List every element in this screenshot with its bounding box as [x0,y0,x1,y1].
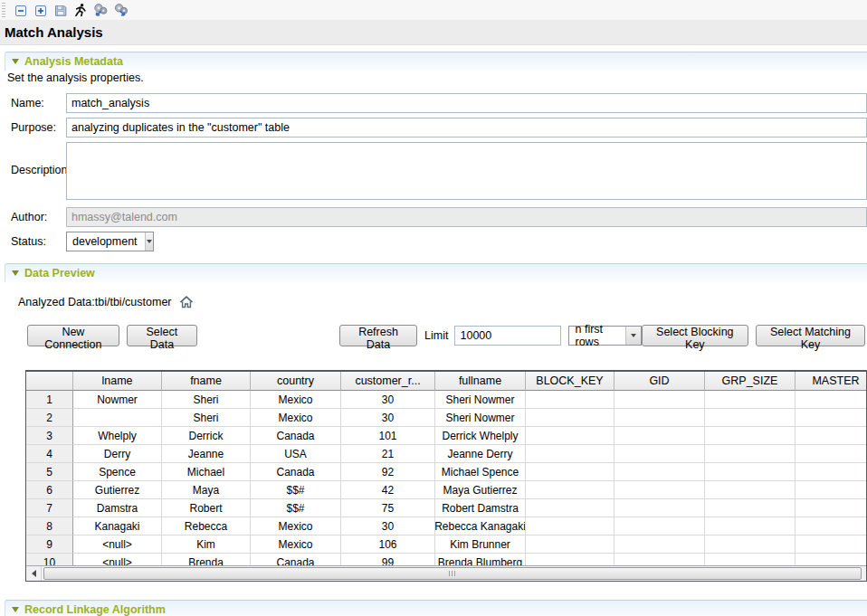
table-cell[interactable]: 99 [341,554,435,565]
row-number-cell[interactable]: 7 [26,499,73,517]
table-cell[interactable] [705,391,796,409]
table-cell[interactable]: 30 [341,409,435,427]
refresh-gears-button[interactable] [91,1,110,19]
table-cell[interactable] [705,427,796,445]
table-cell[interactable] [526,427,615,445]
column-header-GRP_SIZE[interactable]: GRP_SIZE [705,372,796,391]
table-cell[interactable]: Kim Brunner [435,535,526,554]
select-matching-key-button[interactable]: Select Matching Key [756,325,865,346]
column-header-lname[interactable]: lname [73,372,162,391]
section-header-record-linkage[interactable]: Record Linkage Algorithm [5,600,867,616]
run-analysis-button[interactable] [71,1,91,19]
table-cell[interactable] [705,409,796,427]
horizontal-scrollbar[interactable] [26,565,866,581]
table-cell[interactable]: Kanagaki [73,517,162,535]
limit-input[interactable] [454,326,561,346]
new-connection-button[interactable]: New Connection [27,325,119,346]
table-cell[interactable]: Derry [73,445,162,463]
table-cell[interactable] [73,409,162,427]
table-cell[interactable] [615,463,705,481]
table-cell[interactable]: 75 [341,499,435,517]
table-cell[interactable]: Mexico [251,409,341,427]
toolbar-grip-handle[interactable] [2,3,5,17]
table-cell[interactable] [526,517,615,535]
table-cell[interactable] [705,535,796,554]
column-header-GID[interactable]: GID [615,372,705,391]
table-cell[interactable]: Whelply [73,427,162,445]
scroll-left-arrow[interactable] [26,566,42,581]
table-cell[interactable] [796,409,866,427]
table-cell[interactable] [796,481,866,499]
table-cell[interactable]: Sheri Nowmer [435,409,526,427]
table-cell[interactable]: Jeanne Derry [435,445,526,463]
column-header-fname[interactable]: fname [162,372,251,391]
table-cell[interactable]: Mexico [251,391,341,409]
table-cell[interactable]: Nowmer [73,391,162,409]
rows-mode-dropdown[interactable]: n first rows [568,326,641,346]
table-cell[interactable]: 101 [341,427,435,445]
column-header-MASTER[interactable]: MASTER [796,372,866,391]
table-cell[interactable]: Derrick Whelply [435,427,526,445]
table-cell[interactable]: 106 [341,535,435,554]
table-cell[interactable] [526,391,615,409]
expand-all-button[interactable] [31,1,51,19]
table-cell[interactable]: Kim [162,535,251,554]
table-cell[interactable]: Mexico [251,535,341,554]
table-cell[interactable] [615,409,705,427]
table-cell[interactable]: Robert [162,499,251,517]
table-cell[interactable]: <null> [73,554,162,565]
table-cell[interactable] [615,554,705,565]
table-cell[interactable]: 21 [341,445,435,463]
table-cell[interactable]: Brenda [162,554,251,565]
column-header-customer_r...[interactable]: customer_r... [341,372,435,391]
row-number-cell[interactable]: 1 [26,391,73,409]
table-cell[interactable]: Sheri Nowmer [435,391,526,409]
table-cell[interactable]: USA [251,445,341,463]
table-cell[interactable]: Derrick [162,427,251,445]
table-cell[interactable] [705,499,796,517]
table-cell[interactable] [615,445,705,463]
select-data-button[interactable]: Select Data [127,325,197,346]
table-cell[interactable] [526,554,615,565]
table-cell[interactable]: 42 [341,481,435,499]
table-cell[interactable]: Maya [162,481,251,499]
status-dropdown[interactable]: development [66,232,154,251]
table-cell[interactable]: $$# [251,499,341,517]
description-field[interactable] [66,142,867,200]
table-cell[interactable] [615,391,705,409]
table-cell[interactable] [526,463,615,481]
table-cell[interactable]: Rebecca [162,517,251,535]
refresh-data-button[interactable]: Refresh Data [339,325,417,346]
table-cell[interactable]: Canada [251,427,341,445]
row-number-header[interactable] [26,372,73,391]
collapse-all-button[interactable] [11,1,31,19]
table-cell[interactable] [526,535,615,554]
purpose-field[interactable] [66,118,867,137]
table-cell[interactable]: Rebecca Kanagaki [435,517,526,535]
table-cell[interactable] [796,499,866,517]
table-cell[interactable]: Michael [162,463,251,481]
table-cell[interactable] [796,445,866,463]
table-cell[interactable] [615,427,705,445]
row-number-cell[interactable]: 9 [26,535,73,554]
table-cell[interactable]: <null> [73,535,162,554]
table-cell[interactable] [615,535,705,554]
name-field[interactable] [66,93,867,113]
table-cell[interactable] [796,427,866,445]
refresh-gears-alt-button[interactable] [110,1,130,19]
table-cell[interactable]: Jeanne [162,445,251,463]
table-cell[interactable] [796,463,866,481]
table-cell[interactable]: Sheri [162,391,251,409]
table-cell[interactable] [796,535,866,554]
table-cell[interactable]: Gutierrez [73,481,162,499]
row-number-cell[interactable]: 2 [26,409,73,427]
table-cell[interactable] [796,517,866,535]
table-cell[interactable]: Robert Damstra [435,499,526,517]
dropdown-arrow-icon[interactable] [145,232,153,251]
scrollbar-thumb[interactable] [43,567,862,580]
table-cell[interactable]: Damstra [73,499,162,517]
table-cell[interactable]: Maya Gutierrez [435,481,526,499]
dropdown-arrow-icon[interactable] [625,327,641,345]
table-cell[interactable] [705,445,796,463]
table-cell[interactable]: Brenda Blumberg [435,554,526,565]
